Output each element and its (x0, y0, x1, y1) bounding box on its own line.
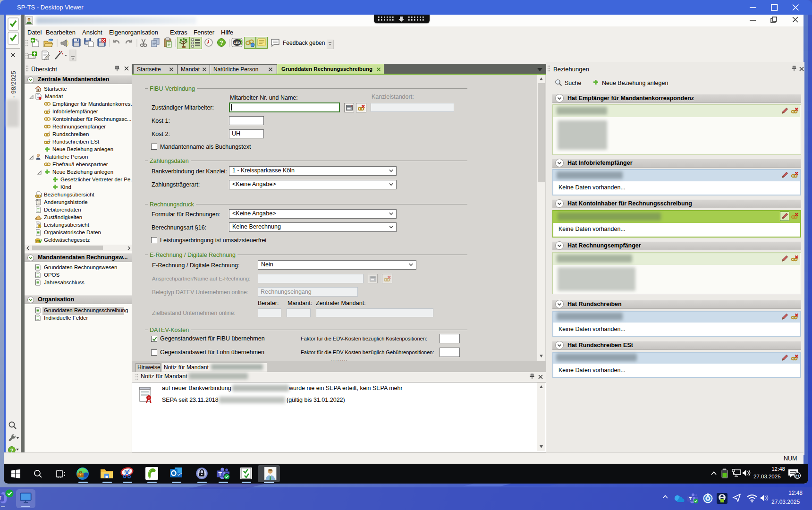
svg-text:T: T (0, 495, 1, 501)
svg-text:21: 21 (795, 473, 800, 478)
svg-text:LEX: LEX (234, 41, 241, 45)
svg-text:?: ? (220, 39, 223, 46)
